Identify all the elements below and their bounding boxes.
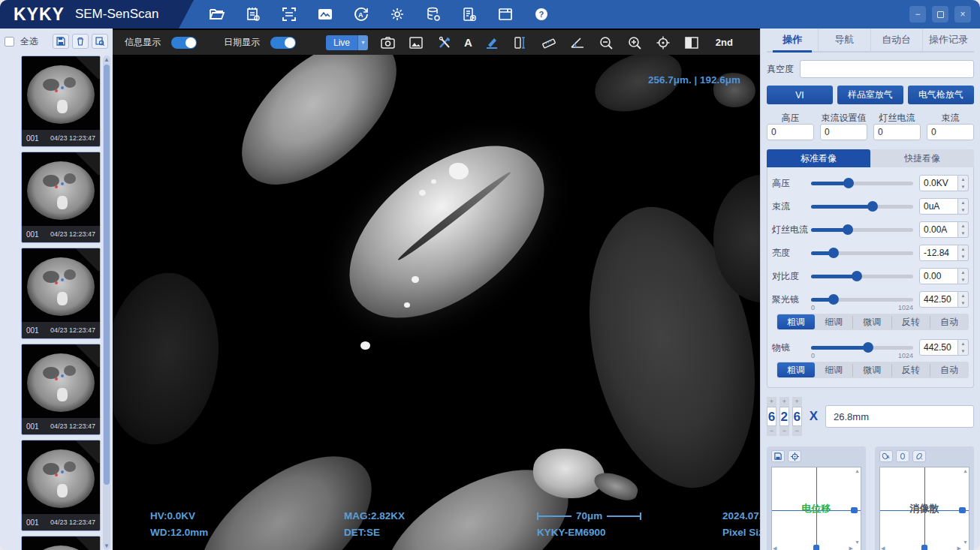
chevron-down-icon[interactable]: ▾: [357, 35, 368, 50]
server-log-icon[interactable]: [460, 5, 479, 24]
sidebar-scrollbar[interactable]: ▲ ▼: [103, 56, 110, 550]
spin-up-icon[interactable]: ▲: [958, 176, 968, 183]
window-layout-icon[interactable]: [496, 5, 515, 24]
minimize-button[interactable]: −: [909, 6, 926, 23]
spin-down-icon[interactable]: ▼: [958, 230, 968, 237]
contrast-slider[interactable]: [811, 270, 913, 282]
tab-operation[interactable]: 操作: [767, 29, 819, 51]
close-button[interactable]: ×: [954, 6, 971, 23]
scroll-left-icon[interactable]: ◀: [773, 545, 776, 550]
preview-search-icon[interactable]: [92, 34, 108, 49]
scroll-up-icon[interactable]: ▲: [855, 468, 860, 473]
hv-slider[interactable]: [811, 177, 913, 189]
scrollbar-handle[interactable]: [104, 65, 110, 485]
digit-increment-button[interactable]: +: [767, 397, 776, 407]
stigmator-y-icon[interactable]: [912, 450, 926, 462]
auto-button[interactable]: 自动: [930, 364, 968, 377]
stigmator-x-icon[interactable]: [896, 450, 909, 462]
beam-shift-y-handle[interactable]: [813, 545, 819, 550]
scroll-left-icon[interactable]: ◀: [881, 545, 885, 550]
gun-vent-button[interactable]: 电气枪放气: [908, 86, 974, 104]
spin-up-icon[interactable]: ▲: [958, 340, 968, 347]
invert-button[interactable]: 反转: [892, 316, 930, 329]
scroll-right-icon[interactable]: ▶: [957, 545, 961, 550]
digit-decrement-button[interactable]: −: [792, 426, 802, 436]
stigmator-x-handle[interactable]: [959, 507, 966, 513]
scan-frame-icon[interactable]: [279, 5, 299, 24]
objective-slider[interactable]: 01024: [811, 341, 913, 353]
spin-up-icon[interactable]: ▲: [958, 292, 968, 299]
hv-field-input[interactable]: [767, 124, 814, 140]
thumbnail-item[interactable]: 00104/23 12:23:47: [21, 344, 101, 435]
sem-image-stage[interactable]: 256.7μm. | 192.6μm HV:0.0KV WD:12.0mm MA…: [113, 55, 760, 550]
spin-up-icon[interactable]: ▲: [958, 199, 968, 206]
delete-icon[interactable]: [72, 34, 89, 49]
condenser-slider[interactable]: 01024: [811, 293, 913, 305]
tab-quick-imaging[interactable]: 快捷看像: [870, 149, 974, 167]
coarse-button[interactable]: 粗调: [777, 362, 815, 377]
beam-slider[interactable]: [811, 200, 913, 212]
stigmator-crosshair[interactable]: 消像散 ▲ ▼ ◀ ▶: [879, 467, 969, 550]
invert-button[interactable]: 反转: [892, 364, 930, 377]
scroll-down-icon[interactable]: ▼: [855, 539, 860, 545]
spin-down-icon[interactable]: ▼: [958, 253, 968, 260]
brightness-slider[interactable]: [811, 247, 913, 259]
vi-button[interactable]: VI: [767, 86, 833, 104]
live-button[interactable]: Live ▾: [326, 35, 368, 50]
spin-up-icon[interactable]: ▲: [958, 269, 968, 276]
filament-field-input[interactable]: [873, 124, 921, 140]
thumbnail-item[interactable]: 00104/23 12:23:47: [21, 56, 101, 147]
working-distance-input[interactable]: [825, 405, 974, 428]
split-view-icon[interactable]: [683, 34, 701, 52]
text-annotation-tool[interactable]: A: [464, 36, 472, 49]
stigmator-a-icon[interactable]: A: [879, 450, 893, 462]
tab-auto-stage[interactable]: 自动台: [871, 29, 923, 51]
scroll-down-icon[interactable]: ▼: [103, 542, 110, 549]
thumbnail-item[interactable]: 00104/23 12:23:47: [21, 440, 101, 531]
angle-measure-icon[interactable]: [568, 34, 586, 52]
stigmator-y-handle[interactable]: [921, 545, 927, 550]
save-icon[interactable]: [771, 450, 785, 462]
chamber-vent-button[interactable]: 样品室放气: [837, 86, 903, 104]
beam-shift-x-handle[interactable]: [851, 507, 858, 513]
center-target-icon[interactable]: [654, 34, 672, 52]
digit-decrement-button[interactable]: −: [779, 426, 789, 436]
spin-up-icon[interactable]: ▲: [958, 222, 968, 230]
date-display-toggle[interactable]: [270, 37, 296, 49]
beam-shift-crosshair[interactable]: 电位移 ▲ ▼ ◀ ▶: [771, 467, 861, 550]
help-icon[interactable]: ?: [532, 5, 551, 24]
coarse-button[interactable]: 粗调: [777, 314, 815, 329]
thumbnail-item[interactable]: 00104/23 12:23:47: [21, 152, 101, 243]
spin-up-icon[interactable]: ▲: [958, 245, 968, 253]
digit-increment-button[interactable]: +: [779, 397, 789, 407]
vacuum-input[interactable]: [800, 60, 974, 78]
pen-annotation-icon[interactable]: [483, 34, 501, 52]
thumbnail-item[interactable]: 00104/23 12:23:47: [21, 248, 101, 339]
open-file-icon[interactable]: [207, 5, 227, 24]
tab-standard-imaging[interactable]: 标准看像: [767, 149, 870, 167]
ruler-icon[interactable]: [540, 34, 558, 52]
fine-button[interactable]: 细调: [815, 364, 853, 377]
spin-down-icon[interactable]: ▼: [958, 276, 968, 284]
spin-down-icon[interactable]: ▼: [958, 347, 968, 355]
report-icon[interactable]: [243, 5, 263, 24]
select-all-checkbox[interactable]: [5, 37, 14, 47]
zoom-out-icon[interactable]: [597, 34, 615, 52]
digit-increment-button[interactable]: +: [792, 397, 802, 407]
micro-button[interactable]: 微调: [853, 364, 891, 377]
zoom-in-icon[interactable]: [626, 34, 644, 52]
save-region-icon[interactable]: [407, 34, 425, 52]
beam-set-field-input[interactable]: [820, 124, 867, 140]
image-gallery-icon[interactable]: [315, 5, 335, 24]
database-settings-icon[interactable]: [424, 5, 443, 24]
tab-navigation[interactable]: 导航: [819, 29, 870, 51]
auto-contrast-icon[interactable]: A: [351, 5, 371, 24]
thumbnail-item[interactable]: 00104/23 12:23:47: [21, 536, 101, 550]
fine-button[interactable]: 细调: [815, 316, 853, 329]
spin-down-icon[interactable]: ▼: [958, 206, 968, 214]
micro-button[interactable]: 微调: [853, 316, 891, 329]
scroll-right-icon[interactable]: ▶: [849, 545, 853, 550]
save-icon[interactable]: [53, 34, 69, 49]
target-icon[interactable]: [788, 450, 801, 462]
measure-width-icon[interactable]: [511, 34, 529, 52]
